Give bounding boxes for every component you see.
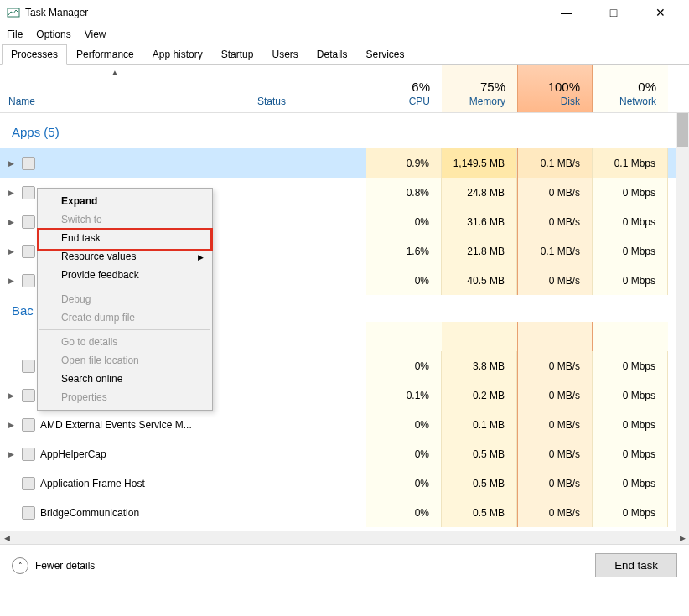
cell-cpu: 0.8% [366,178,442,207]
process-icon [22,157,35,170]
end-task-button[interactable]: End task [595,553,677,577]
scrollbar-thumb[interactable] [677,113,688,147]
column-status-label: Status [257,96,366,107]
menu-resource-values[interactable]: Resource values ▶ [38,247,212,266]
process-icon [22,448,35,461]
disk-label: Disk [518,96,580,107]
chevron-right-icon[interactable]: ▶ [5,218,17,226]
column-network[interactable]: 0% Network [593,65,668,112]
menu-resource-values-label: Resource values [61,251,136,262]
process-row[interactable]: ▶Application Frame Host 0% 0.5 MB 0 MB/s… [0,468,689,498]
task-manager-icon [7,6,20,19]
titlebar: Task Manager — □ ✕ [0,0,689,25]
cell-memory: 31.6 MB [442,207,517,236]
cell-disk: 0 MB/s [517,439,593,468]
tab-services[interactable]: Services [357,44,414,65]
cell-network: 0 Mbps [593,439,668,468]
cell-disk: 0 MB/s [517,498,593,527]
menu-search-online[interactable]: Search online [38,370,212,388]
menu-separator [39,329,210,330]
chevron-right-icon[interactable]: ▶ [5,159,17,168]
menu-file[interactable]: File [7,28,23,40]
submenu-arrow-icon: ▶ [198,253,204,261]
menu-expand[interactable]: Expand [38,192,212,210]
group-apps[interactable]: Apps (5) [0,113,689,148]
process-icon [22,215,35,229]
cell-network: 0 Mbps [593,178,668,207]
cell-cpu: 0% [366,351,442,380]
fewer-details-label[interactable]: Fewer details [35,560,95,572]
menu-provide-feedback[interactable]: Provide feedback [38,266,212,284]
cell-memory: 40.5 MB [442,266,517,295]
fewer-details-icon[interactable]: ˄ [12,557,28,574]
scroll-right-icon[interactable]: ▶ [676,534,689,542]
tab-users[interactable]: Users [262,44,307,65]
cell-disk: 0 MB/s [517,351,593,380]
column-cpu[interactable]: 6% CPU [366,65,442,112]
process-icon [22,274,35,287]
process-icon [22,477,35,490]
cell-disk: 0 MB/s [517,468,593,498]
column-name[interactable]: Name [0,65,257,112]
menu-properties: Properties [38,388,212,406]
tab-performance[interactable]: Performance [67,44,143,65]
horizontal-scrollbar[interactable]: ◀ ▶ [0,531,689,544]
process-name: Application Frame Host [40,478,145,489]
chevron-right-icon[interactable]: ▶ [5,391,17,400]
process-name: AppHelperCap [40,448,106,460]
chevron-right-icon[interactable]: ▶ [5,189,17,197]
process-row[interactable]: ▶AMD External Events Service M... 0% 0.1… [0,410,689,439]
disk-pct: 100% [518,80,580,94]
process-row[interactable]: ▶AppHelperCap 0% 0.5 MB 0 MB/s 0 Mbps [0,439,689,468]
cell-disk: 0 MB/s [517,410,593,439]
cell-network: 0 Mbps [593,380,668,410]
cell-cpu: 0% [366,266,442,295]
process-row[interactable]: ▶BridgeCommunication 0% 0.5 MB 0 MB/s 0 … [0,498,689,527]
chevron-right-icon[interactable]: ▶ [5,421,17,429]
vertical-scrollbar[interactable] [676,113,689,531]
cell-memory: 24.8 MB [442,178,517,207]
process-row[interactable]: ▶ 0.9% 1,149.5 MB 0.1 MB/s 0.1 Mbps [0,148,689,178]
column-headers: ▲ Name Status 6% CPU 75% Memory 100% Dis… [0,65,689,113]
chevron-right-icon[interactable]: ▶ [5,247,17,256]
column-status[interactable]: Status [257,65,366,112]
cell-network: 0 Mbps [593,207,668,236]
close-button[interactable]: ✕ [645,6,676,19]
minimize-button[interactable]: — [552,6,582,19]
chevron-right-icon[interactable]: ▶ [5,277,17,285]
scroll-left-icon[interactable]: ◀ [0,534,13,542]
cell-cpu: 0% [366,439,442,468]
cell-memory: 0.5 MB [442,468,517,498]
cell-cpu: 0.1% [366,380,442,410]
menu-create-dump: Create dump file [38,308,212,327]
menu-options[interactable]: Options [36,28,70,40]
tab-details[interactable]: Details [308,44,357,65]
cell-disk: 0 MB/s [517,380,593,410]
cell-disk: 0.1 MB/s [517,148,593,178]
chevron-right-icon[interactable]: ▶ [5,450,17,458]
maximize-button[interactable]: □ [598,6,629,19]
window-controls: — □ ✕ [552,6,682,19]
cell-cpu: 0% [366,410,442,439]
menubar: File Options View [0,25,689,44]
cell-cpu: 0.9% [366,148,442,178]
menu-end-task[interactable]: End task [38,229,212,247]
process-icon [22,360,35,373]
process-icon [22,506,35,520]
column-memory[interactable]: 75% Memory [442,65,517,112]
window-title: Task Manager [25,7,88,18]
footer: ˄ Fewer details End task [0,544,689,586]
menu-view[interactable]: View [85,28,106,40]
cell-cpu: 1.6% [366,236,442,266]
tab-app-history[interactable]: App history [143,44,212,65]
menu-open-location: Open file location [38,351,212,370]
cell-disk: 0.1 MB/s [517,236,593,266]
menu-debug: Debug [38,290,212,308]
column-disk[interactable]: 100% Disk [517,65,593,112]
cell-memory: 21.8 MB [442,236,517,266]
process-name: BridgeCommunication [40,507,139,519]
cell-memory: 0.2 MB [442,380,517,410]
tab-processes[interactable]: Processes [2,44,67,65]
cpu-label: CPU [366,96,430,107]
tab-startup[interactable]: Startup [212,44,263,65]
